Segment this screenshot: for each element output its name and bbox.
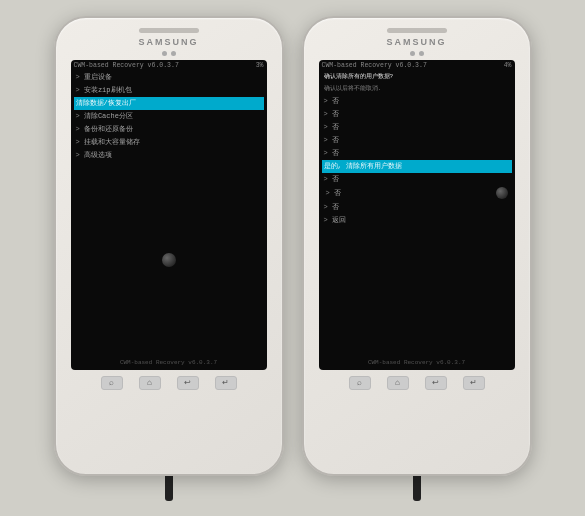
cwm-left: CWM-based Recovery v6.0.3.7 3% 重启设备 安装zi… bbox=[71, 60, 267, 370]
menu-item-6-left: 高级选项 bbox=[74, 149, 264, 162]
menu-item-3-left: 清除Cache分区 bbox=[74, 110, 264, 123]
cwm-footer-right: CWM-based Recovery v6.0.3.7 bbox=[322, 359, 512, 368]
nav-back-right[interactable]: ↩ bbox=[425, 376, 447, 390]
r-item-5: 是的, 清除所有用户数据 bbox=[322, 160, 512, 173]
phone-top-left: SAMSUNG bbox=[56, 18, 282, 60]
phone-left: SAMSUNG CWM-based Recovery v6.0.3.7 3% 重… bbox=[54, 16, 284, 501]
r-item-7: 否 bbox=[324, 187, 494, 200]
brand-left: SAMSUNG bbox=[138, 37, 198, 47]
nav-search-left[interactable]: ⌕ bbox=[101, 376, 123, 390]
camera-right bbox=[410, 51, 415, 56]
r-item-3: 否 bbox=[322, 134, 512, 147]
nav-menu-right[interactable]: ↵ bbox=[463, 376, 485, 390]
trackball-left bbox=[162, 253, 176, 267]
r-item-6: 否 bbox=[322, 173, 512, 186]
cwm-version-right: CWM-based Recovery v6.0.3.7 bbox=[322, 62, 427, 69]
r-item-4: 否 bbox=[322, 147, 512, 160]
speaker-right bbox=[387, 28, 447, 33]
confirm-subheader: 确认以后将不能取消. bbox=[322, 83, 512, 95]
menu-item-5-left: 挂载和大容量储存 bbox=[74, 136, 264, 149]
battery-left: 3% bbox=[256, 62, 264, 69]
r-item-1: 否 bbox=[322, 108, 512, 121]
cwm-header-left: CWM-based Recovery v6.0.3.7 3% bbox=[74, 62, 264, 69]
phone-left-body: SAMSUNG CWM-based Recovery v6.0.3.7 3% 重… bbox=[54, 16, 284, 476]
menu-item-0-left: 重启设备 bbox=[74, 71, 264, 84]
r-item-9: 返回 bbox=[322, 214, 512, 227]
bottom-nav-right: ⌕ ⌂ ↩ ↵ bbox=[304, 376, 530, 390]
camera-dots-right bbox=[410, 51, 424, 56]
menu-item-1-left: 安装zip刷机包 bbox=[74, 84, 264, 97]
nav-home-left[interactable]: ⌂ bbox=[139, 376, 161, 390]
trackball-right bbox=[496, 187, 508, 199]
cwm-footer-left: CWM-based Recovery v6.0.3.7 bbox=[74, 359, 264, 368]
brand-right: SAMSUNG bbox=[386, 37, 446, 47]
r-item-7-row: 否 bbox=[322, 186, 512, 201]
r-item-0: 否 bbox=[322, 95, 512, 108]
sensor-left bbox=[171, 51, 176, 56]
scene: SAMSUNG CWM-based Recovery v6.0.3.7 3% 重… bbox=[30, 0, 556, 516]
phone-right-body: SAMSUNG CWM-based Recovery v6.0.3.7 4% 确… bbox=[302, 16, 532, 476]
cwm-header-right: CWM-based Recovery v6.0.3.7 4% bbox=[322, 62, 512, 69]
sensor-right bbox=[419, 51, 424, 56]
nav-back-left[interactable]: ↩ bbox=[177, 376, 199, 390]
nav-menu-left[interactable]: ↵ bbox=[215, 376, 237, 390]
menu-item-2-left: 清除数据/恢复出厂 bbox=[74, 97, 264, 110]
battery-right: 4% bbox=[504, 62, 512, 69]
bottom-nav-left: ⌕ ⌂ ↩ ↵ bbox=[56, 376, 282, 390]
menu-item-4-left: 备份和还原备份 bbox=[74, 123, 264, 136]
nav-home-right[interactable]: ⌂ bbox=[387, 376, 409, 390]
phone-right: SAMSUNG CWM-based Recovery v6.0.3.7 4% 确… bbox=[302, 16, 532, 501]
r-item-2: 否 bbox=[322, 121, 512, 134]
spacer-left bbox=[74, 162, 264, 359]
confirm-header: 确认清除所有的用户数据? bbox=[322, 71, 512, 83]
screen-right: CWM-based Recovery v6.0.3.7 4% 确认清除所有的用户… bbox=[319, 60, 515, 370]
r-item-8: 否 bbox=[322, 201, 512, 214]
nav-search-right[interactable]: ⌕ bbox=[349, 376, 371, 390]
phone-top-right: SAMSUNG bbox=[304, 18, 530, 60]
screen-left: CWM-based Recovery v6.0.3.7 3% 重启设备 安装zi… bbox=[71, 60, 267, 370]
camera-dots-left bbox=[162, 51, 176, 56]
speaker-left bbox=[139, 28, 199, 33]
cwm-version-left: CWM-based Recovery v6.0.3.7 bbox=[74, 62, 179, 69]
cwm-right: CWM-based Recovery v6.0.3.7 4% 确认清除所有的用户… bbox=[319, 60, 515, 370]
camera-left bbox=[162, 51, 167, 56]
